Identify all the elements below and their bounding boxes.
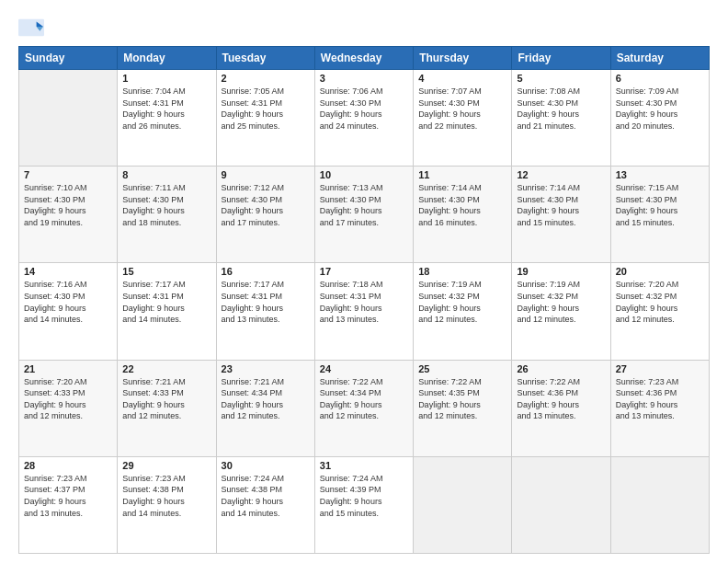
day-number: 30 <box>222 460 310 471</box>
day-number: 6 <box>616 73 704 84</box>
cell-week1-day6: 5Sunrise: 7:08 AM Sunset: 4:30 PM Daylig… <box>512 70 610 167</box>
cell-week3-day4: 17Sunrise: 7:18 AM Sunset: 4:31 PM Dayli… <box>314 263 413 360</box>
week-row-2: 7Sunrise: 7:10 AM Sunset: 4:30 PM Daylig… <box>19 167 710 263</box>
day-info: Sunrise: 7:05 AM Sunset: 4:31 PM Dayligh… <box>222 86 310 132</box>
cell-week3-day5: 18Sunrise: 7:19 AM Sunset: 4:32 PM Dayli… <box>414 263 512 360</box>
header <box>18 15 710 40</box>
day-number: 4 <box>418 73 506 84</box>
day-info: Sunrise: 7:17 AM Sunset: 4:31 PM Dayligh… <box>222 279 310 325</box>
cell-week2-day2: 8Sunrise: 7:11 AM Sunset: 4:30 PM Daylig… <box>118 167 216 263</box>
cell-week2-day1: 7Sunrise: 7:10 AM Sunset: 4:30 PM Daylig… <box>19 167 118 263</box>
day-number: 29 <box>122 460 210 471</box>
day-info: Sunrise: 7:07 AM Sunset: 4:30 PM Dayligh… <box>418 86 506 132</box>
cell-week2-day4: 10Sunrise: 7:13 AM Sunset: 4:30 PM Dayli… <box>314 167 413 263</box>
day-number: 3 <box>320 73 408 84</box>
calendar: SundayMondayTuesdayWednesdayThursdayFrid… <box>18 46 710 554</box>
day-info: Sunrise: 7:22 AM Sunset: 4:35 PM Dayligh… <box>418 376 506 422</box>
logo <box>18 15 46 40</box>
cell-week1-day3: 2Sunrise: 7:05 AM Sunset: 4:31 PM Daylig… <box>216 70 314 167</box>
day-number: 1 <box>122 73 210 84</box>
day-info: Sunrise: 7:17 AM Sunset: 4:31 PM Dayligh… <box>122 279 210 325</box>
cell-week3-day1: 14Sunrise: 7:16 AM Sunset: 4:30 PM Dayli… <box>19 263 118 360</box>
cell-week2-day3: 9Sunrise: 7:12 AM Sunset: 4:30 PM Daylig… <box>216 167 314 263</box>
week-row-3: 14Sunrise: 7:16 AM Sunset: 4:30 PM Dayli… <box>19 263 710 360</box>
header-thursday: Thursday <box>414 47 512 70</box>
header-monday: Monday <box>118 47 216 70</box>
cell-week4-day3: 23Sunrise: 7:21 AM Sunset: 4:34 PM Dayli… <box>216 360 314 456</box>
cell-week4-day7: 27Sunrise: 7:23 AM Sunset: 4:36 PM Dayli… <box>610 360 709 456</box>
day-info: Sunrise: 7:20 AM Sunset: 4:32 PM Dayligh… <box>616 279 704 325</box>
cell-week5-day5 <box>414 456 512 553</box>
header-wednesday: Wednesday <box>314 47 413 70</box>
day-info: Sunrise: 7:10 AM Sunset: 4:30 PM Dayligh… <box>24 182 112 228</box>
cell-week2-day6: 12Sunrise: 7:14 AM Sunset: 4:30 PM Dayli… <box>512 167 610 263</box>
day-number: 22 <box>122 363 210 374</box>
day-info: Sunrise: 7:08 AM Sunset: 4:30 PM Dayligh… <box>517 86 605 132</box>
day-info: Sunrise: 7:19 AM Sunset: 4:32 PM Dayligh… <box>418 279 506 325</box>
header-sunday: Sunday <box>19 47 118 70</box>
header-row: SundayMondayTuesdayWednesdayThursdayFrid… <box>19 47 710 70</box>
page: SundayMondayTuesdayWednesdayThursdayFrid… <box>0 0 728 563</box>
cell-week4-day5: 25Sunrise: 7:22 AM Sunset: 4:35 PM Dayli… <box>414 360 512 456</box>
cell-week4-day6: 26Sunrise: 7:22 AM Sunset: 4:36 PM Dayli… <box>512 360 610 456</box>
day-number: 13 <box>616 169 704 180</box>
day-number: 10 <box>320 169 408 180</box>
logo-icon <box>18 15 44 40</box>
day-number: 28 <box>24 460 112 471</box>
day-number: 12 <box>517 169 605 180</box>
day-info: Sunrise: 7:15 AM Sunset: 4:30 PM Dayligh… <box>616 182 704 228</box>
day-info: Sunrise: 7:21 AM Sunset: 4:33 PM Dayligh… <box>122 376 210 422</box>
day-info: Sunrise: 7:09 AM Sunset: 4:30 PM Dayligh… <box>616 86 704 132</box>
cell-week3-day3: 16Sunrise: 7:17 AM Sunset: 4:31 PM Dayli… <box>216 263 314 360</box>
cell-week5-day3: 30Sunrise: 7:24 AM Sunset: 4:38 PM Dayli… <box>216 456 314 553</box>
cell-week5-day6 <box>512 456 610 553</box>
day-number: 11 <box>418 169 506 180</box>
cell-week1-day7: 6Sunrise: 7:09 AM Sunset: 4:30 PM Daylig… <box>610 70 709 167</box>
day-info: Sunrise: 7:11 AM Sunset: 4:30 PM Dayligh… <box>122 182 210 228</box>
day-number: 7 <box>24 169 112 180</box>
cell-week4-day2: 22Sunrise: 7:21 AM Sunset: 4:33 PM Dayli… <box>118 360 216 456</box>
week-row-1: 1Sunrise: 7:04 AM Sunset: 4:31 PM Daylig… <box>19 70 710 167</box>
day-info: Sunrise: 7:24 AM Sunset: 4:39 PM Dayligh… <box>320 473 408 519</box>
week-row-4: 21Sunrise: 7:20 AM Sunset: 4:33 PM Dayli… <box>19 360 710 456</box>
cell-week2-day5: 11Sunrise: 7:14 AM Sunset: 4:30 PM Dayli… <box>414 167 512 263</box>
day-number: 16 <box>222 266 310 277</box>
day-number: 21 <box>24 363 112 374</box>
week-row-5: 28Sunrise: 7:23 AM Sunset: 4:37 PM Dayli… <box>19 456 710 553</box>
day-number: 26 <box>517 363 605 374</box>
day-info: Sunrise: 7:13 AM Sunset: 4:30 PM Dayligh… <box>320 182 408 228</box>
day-number: 14 <box>24 266 112 277</box>
cell-week4-day4: 24Sunrise: 7:22 AM Sunset: 4:34 PM Dayli… <box>314 360 413 456</box>
day-info: Sunrise: 7:14 AM Sunset: 4:30 PM Dayligh… <box>517 182 605 228</box>
calendar-header: SundayMondayTuesdayWednesdayThursdayFrid… <box>19 47 710 70</box>
day-number: 17 <box>320 266 408 277</box>
day-info: Sunrise: 7:19 AM Sunset: 4:32 PM Dayligh… <box>517 279 605 325</box>
cell-week1-day2: 1Sunrise: 7:04 AM Sunset: 4:31 PM Daylig… <box>118 70 216 167</box>
day-number: 9 <box>222 169 310 180</box>
day-info: Sunrise: 7:12 AM Sunset: 4:30 PM Dayligh… <box>222 182 310 228</box>
day-number: 18 <box>418 266 506 277</box>
cell-week5-day7 <box>610 456 709 553</box>
cell-week3-day2: 15Sunrise: 7:17 AM Sunset: 4:31 PM Dayli… <box>118 263 216 360</box>
day-info: Sunrise: 7:23 AM Sunset: 4:38 PM Dayligh… <box>122 473 210 519</box>
cell-week5-day4: 31Sunrise: 7:24 AM Sunset: 4:39 PM Dayli… <box>314 456 413 553</box>
header-saturday: Saturday <box>610 47 709 70</box>
cell-week1-day1 <box>19 70 118 167</box>
cell-week1-day4: 3Sunrise: 7:06 AM Sunset: 4:30 PM Daylig… <box>314 70 413 167</box>
day-info: Sunrise: 7:14 AM Sunset: 4:30 PM Dayligh… <box>418 182 506 228</box>
day-number: 27 <box>616 363 704 374</box>
day-info: Sunrise: 7:16 AM Sunset: 4:30 PM Dayligh… <box>24 279 112 325</box>
header-tuesday: Tuesday <box>216 47 314 70</box>
calendar-body: 1Sunrise: 7:04 AM Sunset: 4:31 PM Daylig… <box>19 70 710 554</box>
day-number: 25 <box>418 363 506 374</box>
cell-week3-day6: 19Sunrise: 7:19 AM Sunset: 4:32 PM Dayli… <box>512 263 610 360</box>
day-info: Sunrise: 7:21 AM Sunset: 4:34 PM Dayligh… <box>222 376 310 422</box>
day-number: 19 <box>517 266 605 277</box>
day-info: Sunrise: 7:23 AM Sunset: 4:37 PM Dayligh… <box>24 473 112 519</box>
day-number: 5 <box>517 73 605 84</box>
day-number: 23 <box>222 363 310 374</box>
day-info: Sunrise: 7:04 AM Sunset: 4:31 PM Dayligh… <box>122 86 210 132</box>
cell-week1-day5: 4Sunrise: 7:07 AM Sunset: 4:30 PM Daylig… <box>414 70 512 167</box>
cell-week3-day7: 20Sunrise: 7:20 AM Sunset: 4:32 PM Dayli… <box>610 263 709 360</box>
day-number: 2 <box>222 73 310 84</box>
